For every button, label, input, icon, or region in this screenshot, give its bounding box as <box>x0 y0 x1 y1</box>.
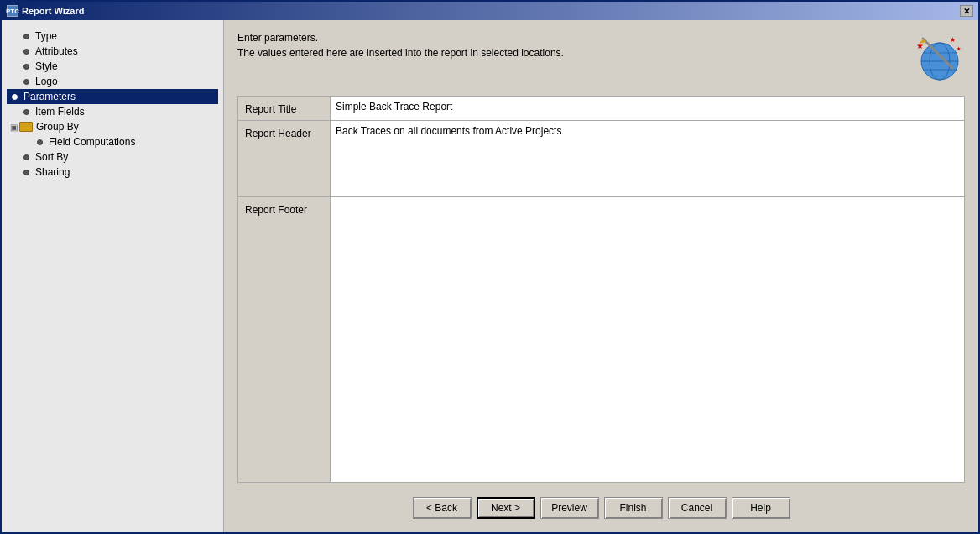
button-bar: < Back Next > Preview Finish Cancel Help <box>237 490 965 524</box>
sidebar-label-parameters: Parameters <box>23 91 76 102</box>
next-button[interactable]: Next > <box>477 497 535 519</box>
instructions: Enter parameters. The values entered her… <box>237 32 915 62</box>
svg-text:★: ★ <box>957 46 961 51</box>
preview-button[interactable]: Preview <box>540 497 599 519</box>
sidebar-item-style[interactable]: Style <box>7 59 218 74</box>
bullet-item-fields <box>20 106 32 118</box>
cancel-button[interactable]: Cancel <box>668 497 727 519</box>
bullet-parameters <box>8 91 20 102</box>
sidebar-label-attributes: Attributes <box>35 45 78 57</box>
sidebar-label-group-by: Group By <box>36 121 79 133</box>
report-title-label: Report Title <box>238 97 331 120</box>
report-footer-textarea[interactable] <box>331 197 964 482</box>
sidebar-item-group-by[interactable]: ▣ Group By <box>7 119 218 134</box>
report-title-input[interactable] <box>331 97 964 117</box>
sidebar-item-attributes[interactable]: Attributes <box>7 44 218 59</box>
wizard-icon-svg: ★ ★ ★ <box>915 32 965 82</box>
bullet-sort-by <box>20 151 32 163</box>
back-button[interactable]: < Back <box>413 497 472 519</box>
expand-icon: ▣ <box>10 123 18 132</box>
sidebar-label-sort-by: Sort By <box>35 151 68 163</box>
instruction-line1: Enter parameters. <box>237 32 915 44</box>
report-footer-row: Report Footer <box>238 197 964 482</box>
titlebar-left: PTC Report Wizard <box>7 5 84 17</box>
bullet-field-computations <box>34 136 45 148</box>
bullet-style <box>20 60 32 72</box>
sidebar-label-sharing: Sharing <box>35 166 70 178</box>
sidebar-label-type: Type <box>35 30 57 42</box>
sidebar-item-type[interactable]: Type <box>7 29 218 44</box>
sidebar: Type Attributes Style Logo Parameters <box>2 20 224 532</box>
wizard-icon: ★ ★ ★ <box>915 32 965 82</box>
report-footer-input-area <box>331 197 964 482</box>
sidebar-item-sort-by[interactable]: Sort By <box>7 149 218 165</box>
report-wizard-window: PTC Report Wizard ✕ Type Attributes Styl… <box>0 0 980 534</box>
finish-button[interactable]: Finish <box>604 497 663 519</box>
bullet-attributes <box>20 45 32 57</box>
report-header-textarea[interactable]: Back Traces on all documents from Active… <box>331 121 964 196</box>
folder-icon <box>19 122 33 132</box>
form-area: Report Title Report Header Back Traces o… <box>237 96 965 483</box>
sidebar-item-sharing[interactable]: Sharing <box>7 165 218 180</box>
sidebar-label-item-fields: Item Fields <box>35 106 85 118</box>
sidebar-item-field-computations[interactable]: Field Computations <box>7 134 218 149</box>
titlebar: PTC Report Wizard ✕ <box>2 2 978 20</box>
sidebar-label-field-computations: Field Computations <box>49 136 135 148</box>
report-header-label: Report Header <box>238 121 331 196</box>
report-title-row: Report Title <box>238 97 964 121</box>
bullet-type <box>20 30 32 42</box>
close-button[interactable]: ✕ <box>960 5 973 17</box>
main-panel: Enter parameters. The values entered her… <box>224 20 978 532</box>
report-footer-label: Report Footer <box>238 197 331 482</box>
content-area: Type Attributes Style Logo Parameters <box>2 20 978 532</box>
report-header-input-area: Back Traces on all documents from Active… <box>331 121 964 196</box>
sidebar-item-logo[interactable]: Logo <box>7 74 218 89</box>
help-button[interactable]: Help <box>732 497 790 519</box>
sidebar-label-logo: Logo <box>35 76 58 87</box>
svg-text:★: ★ <box>950 36 956 44</box>
report-header-row: Report Header Back Traces on all documen… <box>238 121 964 197</box>
instruction-line2: The values entered here are inserted int… <box>237 47 915 59</box>
sidebar-label-style: Style <box>35 60 58 72</box>
app-icon: PTC <box>7 5 18 17</box>
report-title-input-area <box>331 97 964 120</box>
svg-text:★: ★ <box>916 41 924 50</box>
sidebar-item-parameters[interactable]: Parameters <box>7 89 218 104</box>
sidebar-item-item-fields[interactable]: Item Fields <box>7 104 218 119</box>
main-header: Enter parameters. The values entered her… <box>237 32 965 82</box>
bullet-logo <box>20 76 32 87</box>
window-title: Report Wizard <box>22 6 84 16</box>
bullet-sharing <box>20 166 32 178</box>
